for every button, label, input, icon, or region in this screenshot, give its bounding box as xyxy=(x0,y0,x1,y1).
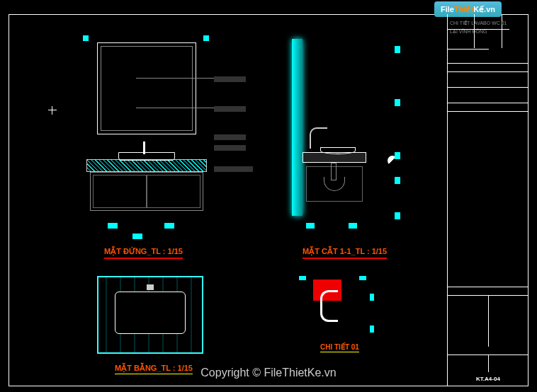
wall-section xyxy=(292,39,303,216)
detail-hook xyxy=(320,290,338,322)
tb-cell xyxy=(448,72,528,88)
detail-view xyxy=(303,279,359,329)
dim-tick xyxy=(359,276,366,280)
elevation-label: MẶT ĐỨNG_TL : 1/15 xyxy=(104,247,183,259)
dim-tick xyxy=(395,46,400,53)
plan-view xyxy=(97,276,203,354)
mirror xyxy=(97,42,196,134)
crosshair-marker xyxy=(48,106,57,115)
dim-tick xyxy=(203,35,209,41)
cabinet-door-left xyxy=(93,175,147,208)
basin-elev xyxy=(118,152,175,161)
logo-text-1: File xyxy=(441,5,454,13)
tb-cell xyxy=(448,48,528,64)
countertop-elev xyxy=(86,159,207,172)
elevation-label-group: MẶT ĐỨNG_TL : 1/15 xyxy=(104,244,183,259)
leader-line xyxy=(136,78,214,79)
mirror-inner xyxy=(101,46,193,131)
annotation-block xyxy=(214,134,246,140)
dim-tick xyxy=(395,177,400,184)
section-view xyxy=(278,35,405,234)
faucet-elev xyxy=(143,142,145,154)
logo-text-2: Thiết xyxy=(454,5,473,14)
tb-row xyxy=(448,338,528,347)
tb-row xyxy=(448,330,528,338)
tb-cell xyxy=(448,64,528,72)
dim-tick xyxy=(299,276,306,280)
detail-label-group: CHI TIẾT 01 xyxy=(320,340,359,352)
cabinet-elev xyxy=(90,172,203,211)
tb-drawing-title-cell: CHI TIẾT LAVABO WC 01 xyxy=(448,14,509,30)
tb-cell xyxy=(448,347,528,355)
tb-row xyxy=(448,313,528,321)
logo-text-3: Kế xyxy=(473,5,484,14)
dim-tick xyxy=(83,35,89,41)
dim-block xyxy=(349,223,357,229)
tb-cell xyxy=(448,287,528,296)
copyright-watermark: Copyright © FileThietKe.vn xyxy=(0,367,537,379)
tb-spacer xyxy=(448,112,528,287)
annotation-block xyxy=(214,166,253,172)
tb-row xyxy=(448,304,528,313)
dim-tick xyxy=(395,99,400,106)
title-block: LẠI VĨNH ĐÔNG CHI TIẾT LAVABO WC 01 KT.A… xyxy=(447,14,528,386)
detail-label: CHI TIẾT 01 xyxy=(320,343,359,352)
tb-row xyxy=(448,355,528,364)
tb-row xyxy=(448,321,528,330)
faucet-plan xyxy=(147,284,154,290)
section-label-group: MẶT CẮT 1-1_TL : 1/15 xyxy=(303,244,387,259)
annotation-block xyxy=(214,145,246,151)
annotation-block xyxy=(214,106,246,112)
leader-line xyxy=(136,108,214,108)
logo-domain: .vn xyxy=(484,5,495,13)
tb-drawing-title: CHI TIẾT LAVABO WC 01 xyxy=(450,21,507,26)
tb-row xyxy=(448,296,528,304)
tb-cell xyxy=(448,103,528,112)
dim-tick xyxy=(395,212,400,219)
drawing-area: MẶT ĐỨNG_TL : 1/15 MẶT CẮT 1-1_TL : 1/15… xyxy=(9,14,447,386)
cabinet-door-right xyxy=(147,175,200,208)
section-label: MẶT CẮT 1-1_TL : 1/15 xyxy=(303,247,387,259)
basin-plan xyxy=(115,292,186,334)
dim-tick xyxy=(370,325,374,333)
dim-tick xyxy=(370,294,374,301)
elevation-view xyxy=(86,35,214,234)
dim-tick xyxy=(395,152,400,159)
tb-project-label: LẠI VĨNH ĐÔNG xyxy=(450,29,487,35)
faucet-section xyxy=(310,127,327,149)
dim-block xyxy=(132,234,142,239)
dim-block xyxy=(306,223,315,229)
dim-block xyxy=(164,223,174,229)
annotation-block xyxy=(214,76,246,82)
dim-block xyxy=(108,223,118,229)
tb-cell xyxy=(448,88,528,103)
